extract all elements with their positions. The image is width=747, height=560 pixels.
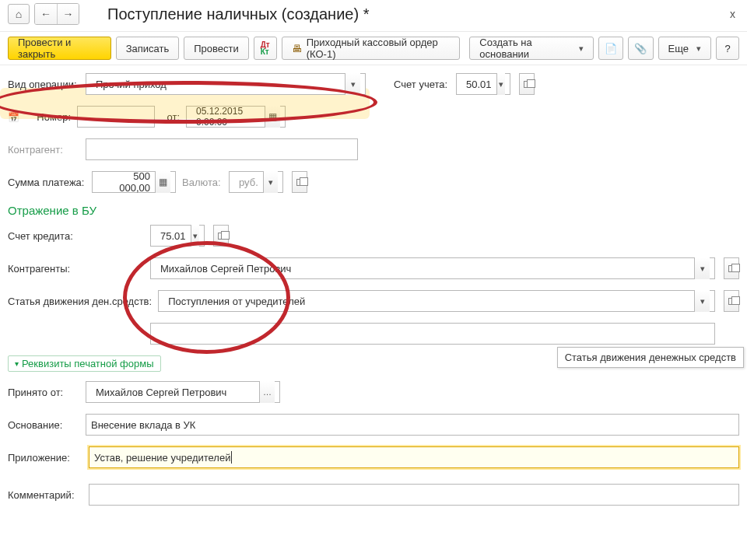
forward-button[interactable]: →	[57, 4, 79, 24]
chevron-down-icon[interactable]: ▾	[191, 225, 199, 247]
contragents-select[interactable]: Михайлов Сергей Петрович ▾	[150, 257, 715, 279]
create-based-on-button[interactable]: Создать на основании▾	[469, 37, 594, 60]
chevron-down-icon: ▾	[15, 359, 19, 368]
credit-account-label: Счет кредита:	[8, 230, 144, 242]
save-button[interactable]: Записать	[116, 37, 180, 60]
dds-label: Статья движения ден.средств:	[8, 296, 152, 307]
attachment-input[interactable]: Устав, решение учредителей	[89, 446, 739, 468]
dt-kt-button[interactable]: ДтКт	[254, 37, 277, 60]
contragents-label: Контрагенты:	[8, 263, 144, 275]
op-type-select[interactable]: Прочий приход ▾	[86, 73, 366, 95]
chevron-down-icon[interactable]: ▾	[694, 290, 710, 312]
chevron-down-icon[interactable]: ▾	[263, 171, 278, 193]
attach-button[interactable]	[628, 37, 653, 60]
clip-icon	[634, 43, 647, 54]
currency-select[interactable]: руб. ▾	[229, 171, 283, 193]
ko1-button[interactable]: Приходный кассовый ордер (КО-1)	[282, 37, 461, 60]
basis-label: Основание:	[8, 419, 79, 431]
sum-label: Сумма платежа:	[8, 177, 86, 188]
printer-icon	[292, 43, 302, 54]
taken-from-input[interactable]: Михайлов Сергей Петрович …	[86, 381, 280, 403]
calendar-picker-icon[interactable]	[265, 106, 280, 128]
contragent-label: Контрагент:	[8, 144, 79, 156]
credit-account-select[interactable]: 75.01 ▾	[150, 225, 205, 247]
date-input[interactable]: 05.12.2015 0:00:00	[186, 106, 286, 128]
comment-label: Комментарий:	[8, 489, 82, 501]
currency-label: Валюта:	[182, 177, 223, 188]
chevron-down-icon[interactable]: ▾	[496, 73, 505, 95]
page-title: Поступление наличных (создание) *	[107, 5, 369, 23]
more-button[interactable]: Еще▾	[658, 37, 711, 60]
chevron-down-icon[interactable]: ▾	[345, 73, 360, 95]
ellipsis-button[interactable]: …	[259, 381, 275, 403]
comment-input[interactable]	[89, 484, 739, 506]
help-button[interactable]: ?	[716, 37, 739, 60]
close-button[interactable]: x	[730, 8, 735, 20]
basis-input[interactable]: Внесение вклада в УК	[86, 414, 739, 436]
currency-popup[interactable]	[292, 171, 307, 193]
dds-popup[interactable]	[724, 290, 739, 312]
dds-extra-select[interactable]	[150, 323, 715, 345]
post-button[interactable]: Провести	[184, 37, 249, 60]
sum-input[interactable]: 500 000,00	[92, 171, 176, 193]
account-popup[interactable]	[519, 73, 535, 95]
calendar-icon[interactable]	[8, 111, 19, 123]
number-label: Номер:	[30, 111, 71, 123]
calc-icon[interactable]	[155, 171, 170, 193]
date-from-label: от:	[161, 111, 180, 123]
chevron-down-icon[interactable]: ▾	[694, 257, 710, 279]
dds-select[interactable]: Поступления от учредителей ▾	[158, 290, 715, 312]
bu-section-title: Отражение в БУ	[8, 204, 739, 217]
contragent-input[interactable]	[86, 138, 358, 160]
contragents-popup[interactable]	[724, 257, 739, 279]
home-button[interactable]: ⌂	[8, 4, 30, 24]
back-button[interactable]: ←	[35, 4, 57, 24]
attachment-label: Приложение:	[8, 452, 82, 464]
doc-button[interactable]	[598, 37, 623, 60]
credit-account-popup[interactable]	[213, 225, 229, 247]
tooltip: Статья движения денежных средств	[557, 347, 744, 368]
op-type-label: Вид операции:	[8, 79, 79, 90]
account-label: Счет учета:	[394, 79, 450, 90]
doc-icon	[605, 43, 617, 54]
account-select[interactable]: 50.01 ▾	[456, 73, 510, 95]
print-form-toggle[interactable]: ▾ Реквизиты печатной формы	[8, 355, 161, 372]
taken-from-label: Принято от:	[8, 387, 79, 398]
number-input[interactable]	[77, 106, 155, 128]
post-and-close-button[interactable]: Провести и закрыть	[8, 37, 111, 60]
dt-kt-icon: ДтКт	[261, 41, 270, 55]
